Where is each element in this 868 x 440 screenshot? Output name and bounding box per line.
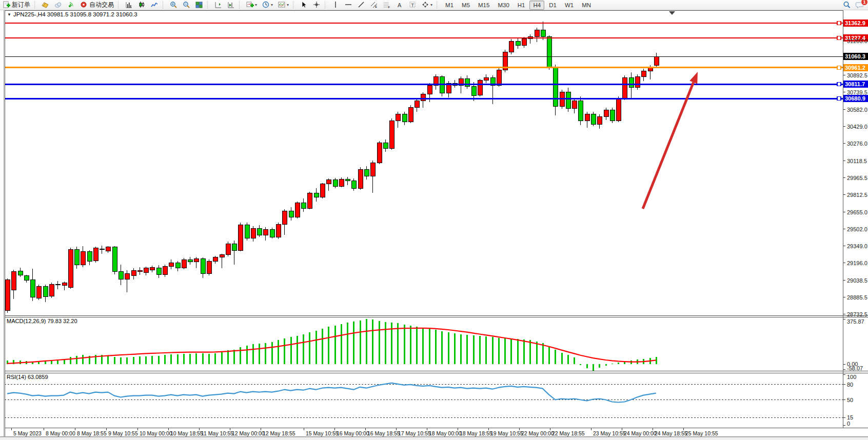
price-label: 31362.9 [845, 20, 865, 26]
macd-hist-bar [492, 337, 494, 364]
price-tick-label: 28732.5 [847, 311, 867, 317]
autotrading-button[interactable]: 自动交易 [78, 1, 116, 9]
collapse-triangle-icon[interactable]: ▼ [7, 12, 11, 17]
macd-hist-bar [555, 350, 556, 364]
bar-chart-icon[interactable] [123, 1, 135, 9]
hline-handle[interactable] [837, 36, 841, 40]
hline-handle[interactable] [837, 83, 841, 86]
macd-hist-bar [536, 342, 538, 365]
market-watch-icon[interactable] [40, 1, 51, 9]
candle [100, 249, 104, 249]
arrows-dropdown[interactable]: ▾ [420, 1, 435, 9]
candle [307, 193, 312, 208]
macd-hist-bar [605, 364, 607, 366]
timeframe-button-d1[interactable]: D1 [545, 1, 560, 10]
candlestick-chart-icon[interactable] [136, 1, 148, 9]
timeframe-button-m30[interactable]: M30 [494, 1, 512, 10]
vertical-line-icon[interactable] [330, 1, 342, 9]
macd-hist-bar [145, 356, 147, 364]
macd-hist-bar [353, 322, 354, 364]
toolbar-separator [207, 1, 210, 9]
candle [175, 263, 180, 268]
timeframe-button-mn[interactable]: MN [578, 1, 595, 10]
macd-hist-bar [454, 333, 456, 364]
new-order-button[interactable]: 新订单 [1, 1, 32, 9]
timeframe-button-h4[interactable]: H4 [529, 1, 544, 10]
price-tick-label: 30892.5 [847, 72, 867, 78]
horizontal-line-icon[interactable] [343, 1, 354, 9]
macd-hist-bar [57, 361, 58, 364]
timeframe-button-h1[interactable]: H1 [514, 1, 529, 10]
time-tick-label: 10 May 18:55 [170, 430, 203, 436]
candle [604, 110, 608, 116]
fibonacci-icon[interactable]: F [381, 1, 393, 9]
candle [163, 267, 167, 275]
community-icon[interactable] [52, 1, 64, 9]
hline-handle[interactable] [837, 97, 841, 101]
symbol-ohlc-line[interactable]: ▼JPN225-,H4 30981.5 31095.8 30971.2 3106… [7, 11, 137, 17]
timeframe-button-m15[interactable]: M15 [475, 1, 493, 10]
equidistant-channel-icon[interactable]: E [368, 1, 380, 9]
timeframe-button-m5[interactable]: M5 [458, 1, 474, 10]
line-chart-icon[interactable] [149, 1, 161, 9]
macd-hist-bar [473, 335, 475, 364]
timeframe-button-m1[interactable]: M1 [442, 1, 457, 10]
new-chart-dropdown[interactable]: ▾ [244, 1, 259, 9]
rsi-axis-label: 80 [847, 382, 853, 388]
signals-icon[interactable] [65, 1, 77, 9]
price-chart-canvas[interactable]: 31362.931227.431060.330961.230811.730680… [0, 10, 868, 440]
candle [232, 244, 236, 250]
tile-windows-icon[interactable] [193, 1, 205, 9]
macd-hist-bar [278, 340, 279, 364]
crosshair-icon[interactable] [311, 1, 323, 9]
zoom-out-icon[interactable] [181, 1, 192, 9]
macd-hist-bar [158, 356, 160, 364]
macd-axis-label: 375.87 [847, 318, 864, 325]
candle [408, 108, 413, 122]
hline-handle[interactable] [837, 66, 841, 69]
trendline-icon[interactable] [356, 1, 367, 9]
candle [36, 286, 41, 298]
zoom-in-icon[interactable] [168, 1, 180, 9]
toolbar-separator [437, 1, 440, 9]
macd-hist-bar [593, 364, 594, 371]
time-tick-label: 18 May 18:55 [460, 430, 492, 436]
macd-hist-bar [498, 338, 500, 365]
candle [43, 286, 48, 297]
candle [5, 279, 10, 311]
macd-hist-bar [297, 336, 298, 364]
hline-handle[interactable] [837, 22, 841, 25]
notifications-icon[interactable]: 1 [854, 1, 865, 9]
template-dropdown[interactable]: ▾ [276, 1, 291, 9]
timeframe-button-w1[interactable]: W1 [561, 1, 577, 10]
time-tick-label: 24 May 00:00 [624, 430, 657, 436]
toolbar-separator [118, 1, 121, 9]
time-tick-label: 8 May 18:55 [77, 430, 107, 436]
period-dropdown[interactable]: ▾ [260, 1, 275, 9]
svg-text:A: A [398, 2, 402, 8]
macd-hist-bar [372, 319, 373, 364]
text-icon[interactable]: A [394, 1, 406, 9]
chart-shift-icon[interactable] [225, 1, 237, 9]
time-tick-label: 15 May 10:55 [306, 430, 339, 436]
time-tick-label: 16 May 00:00 [337, 430, 369, 436]
text-label-icon[interactable]: T [407, 1, 419, 9]
candle [497, 70, 501, 85]
cursor-icon[interactable] [298, 1, 310, 9]
macd-hist-bar [259, 344, 260, 364]
candle [245, 225, 249, 238]
candle [421, 94, 425, 101]
candle [93, 248, 98, 261]
candle [194, 258, 199, 262]
candle [24, 276, 29, 281]
candle [358, 170, 363, 189]
new-order-button-label: 新订单 [12, 1, 30, 9]
candle [119, 272, 123, 279]
search-icon[interactable] [841, 1, 853, 9]
toolbar-separator [293, 1, 296, 9]
macd-hist-bar [385, 322, 386, 364]
macd-hist-bar [107, 356, 109, 364]
candle [81, 251, 85, 265]
candle [144, 268, 148, 272]
auto-scroll-icon[interactable] [212, 1, 224, 9]
